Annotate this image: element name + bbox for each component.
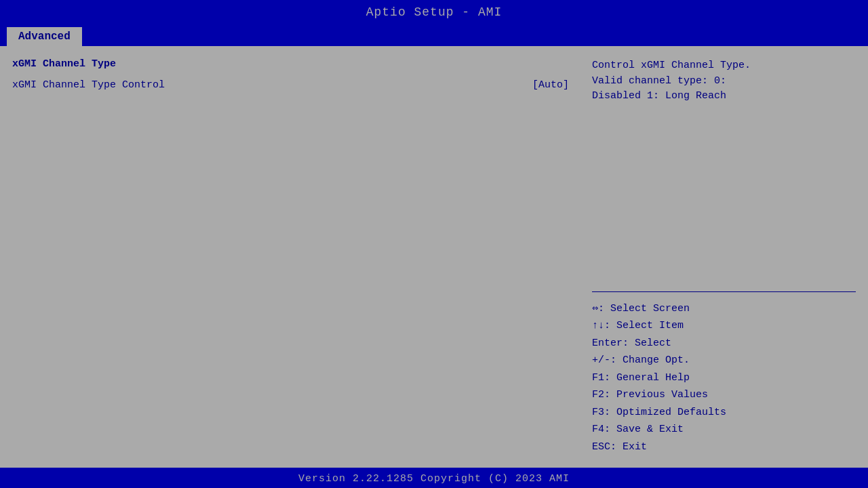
- divider: [592, 291, 856, 292]
- setting-value: [Auto]: [532, 79, 569, 91]
- section-heading: xGMI Channel Type: [12, 58, 569, 70]
- footer: Version 2.22.1285 Copyright (C) 2023 AMI: [0, 468, 868, 488]
- key-legend: ⇔: Select Screen↑↓: Select ItemEnter: Se…: [592, 300, 856, 456]
- main-content: xGMI Channel Type xGMI Channel Type Cont…: [0, 46, 868, 468]
- key-legend-item: F3: Optimized Defaults: [592, 404, 856, 422]
- title-bar: Aptio Setup - AMI: [0, 0, 868, 24]
- key-legend-item: ⇔: Select Screen: [592, 300, 856, 318]
- help-line-3: Disabled 1: Long Reach: [592, 89, 856, 104]
- left-panel: xGMI Channel Type xGMI Channel Type Cont…: [1, 47, 581, 466]
- tab-bar: Advanced: [0, 24, 868, 46]
- key-legend-item: F1: General Help: [592, 369, 856, 387]
- app-title: Aptio Setup - AMI: [366, 5, 502, 19]
- setting-label: xGMI Channel Type Control: [12, 79, 165, 91]
- tab-advanced[interactable]: Advanced: [7, 27, 82, 46]
- right-panel: Control xGMI Channel Type. Valid channel…: [581, 47, 867, 466]
- key-legend-item: F4: Save & Exit: [592, 421, 856, 439]
- footer-text: Version 2.22.1285 Copyright (C) 2023 AMI: [298, 473, 570, 485]
- key-legend-item: +/-: Change Opt.: [592, 352, 856, 369]
- setting-row[interactable]: xGMI Channel Type Control [Auto]: [12, 78, 569, 92]
- help-text: Control xGMI Channel Type. Valid channel…: [592, 58, 856, 283]
- key-legend-item: F2: Previous Values: [592, 386, 856, 404]
- key-legend-item: ESC: Exit: [592, 439, 856, 456]
- key-legend-item: ↑↓: Select Item: [592, 317, 856, 335]
- help-line-2: Valid channel type: 0:: [592, 74, 856, 89]
- key-legend-item: Enter: Select: [592, 335, 856, 352]
- help-line-1: Control xGMI Channel Type.: [592, 58, 856, 74]
